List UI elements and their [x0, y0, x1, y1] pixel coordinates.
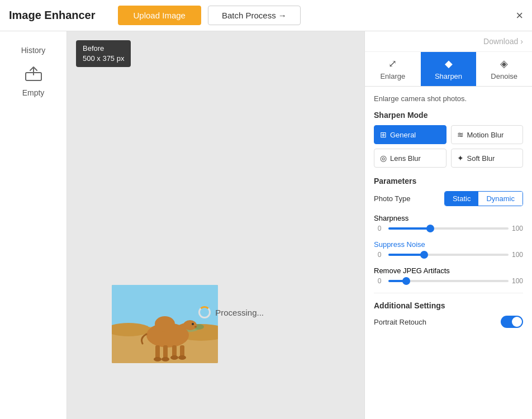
- svg-point-16: [170, 355, 178, 360]
- sidebar-item-history[interactable]: History: [0, 40, 66, 60]
- photo-type-label: Photo Type: [374, 194, 411, 203]
- sharpen-mode-title: Sharpen Mode: [374, 111, 523, 120]
- sharpness-label: Sharpness: [374, 214, 523, 222]
- download-button[interactable]: Download ›: [483, 37, 523, 46]
- enlarge-icon: ⤢: [388, 58, 397, 70]
- general-icon: ⊞: [380, 130, 387, 139]
- lens-blur-label: Lens Blur: [390, 154, 421, 163]
- sidebar-item-upload: Empty: [0, 60, 66, 103]
- jpeg-artifacts-track[interactable]: [388, 280, 509, 282]
- svg-point-19: [194, 326, 197, 328]
- suppress-noise-slider-row: Suppress Noise 0 100: [374, 240, 523, 259]
- photo-type-static[interactable]: Static: [445, 192, 479, 206]
- processing-label: Processing...: [215, 308, 264, 317]
- motion-blur-label: Motion Blur: [467, 131, 504, 139]
- header-actions: Upload Image Batch Process →: [118, 6, 301, 25]
- sharpness-track[interactable]: [388, 227, 509, 230]
- app-title: Image Enhancer: [9, 9, 96, 22]
- camel-image: [112, 285, 218, 363]
- soft-blur-label: Soft Blur: [467, 154, 495, 163]
- svg-point-15: [162, 357, 169, 361]
- lens-blur-icon: ◎: [380, 154, 387, 163]
- history-label: History: [21, 46, 46, 55]
- main-layout: History Empty Before 500 x 375 px: [0, 31, 532, 419]
- denoise-icon: ◈: [500, 58, 508, 70]
- mode-tabs: ⤢ Enlarge ◆ Sharpen ◈ Denoise: [365, 52, 532, 87]
- tab-sharpen[interactable]: ◆ Sharpen: [421, 52, 477, 86]
- photo-type-dynamic[interactable]: Dynamic: [478, 192, 522, 206]
- before-badge: Before 500 x 375 px: [76, 40, 131, 67]
- photo-type-toggle: Static Dynamic: [444, 191, 523, 206]
- jpeg-artifacts-label: Remove JPEG Artifacts: [374, 266, 523, 275]
- svg-point-14: [154, 357, 162, 361]
- svg-point-18: [192, 323, 194, 325]
- suppress-noise-track[interactable]: [388, 254, 509, 256]
- sharpen-mode-lens-blur[interactable]: ◎ Lens Blur: [374, 149, 446, 168]
- tab-sharpen-label: Sharpen: [435, 72, 462, 80]
- panel-description: Enlarge camera shot photos.: [374, 94, 523, 103]
- sharpen-mode-motion-blur[interactable]: ≋ Motion Blur: [451, 125, 524, 144]
- processing-area: Processing...: [198, 306, 264, 318]
- tab-denoise[interactable]: ◈ Denoise: [476, 52, 532, 86]
- tab-enlarge-label: Enlarge: [380, 72, 405, 80]
- tab-denoise-label: Denoise: [491, 72, 517, 80]
- sharpen-mode-general[interactable]: ⊞ General: [374, 125, 446, 144]
- close-button[interactable]: ×: [516, 8, 523, 23]
- soft-blur-icon: ✦: [457, 154, 464, 163]
- portrait-retouch-row: Portrait Retouch: [374, 316, 523, 328]
- svg-point-8: [155, 316, 175, 332]
- sharpness-max: 100: [512, 225, 523, 232]
- sharpness-min: 0: [374, 225, 385, 232]
- portrait-retouch-label: Portrait Retouch: [374, 318, 426, 326]
- sharpen-mode-soft-blur[interactable]: ✦ Soft Blur: [451, 149, 524, 168]
- upload-button[interactable]: Upload Image: [118, 6, 201, 25]
- canvas-area: Before 500 x 375 px: [67, 31, 364, 419]
- before-dimensions: 500 x 375 px: [83, 54, 124, 64]
- general-label: General: [390, 131, 416, 139]
- sharpen-mode-grid: ⊞ General ≋ Motion Blur ◎ Lens Blur ✦ So…: [374, 125, 523, 168]
- right-panel: Download › ⤢ Enlarge ◆ Sharpen ◈ Denoise…: [364, 31, 532, 419]
- svg-point-17: [178, 355, 186, 360]
- suppress-noise-max: 100: [512, 251, 523, 259]
- suppress-noise-label: Suppress Noise: [374, 240, 523, 249]
- tab-enlarge[interactable]: ⤢ Enlarge: [365, 52, 421, 86]
- download-chevron-icon: ›: [520, 37, 523, 46]
- panel-header: Download ›: [365, 31, 532, 52]
- header: Image Enhancer Upload Image Batch Proces…: [0, 0, 532, 31]
- jpeg-artifacts-slider-row: Remove JPEG Artifacts 0 100: [374, 266, 523, 285]
- empty-label: Empty: [22, 88, 45, 97]
- suppress-noise-min: 0: [374, 251, 385, 259]
- tray-icon: [25, 66, 42, 85]
- motion-blur-icon: ≋: [457, 130, 464, 139]
- jpeg-artifacts-min: 0: [374, 277, 385, 285]
- image-container: [112, 285, 218, 363]
- portrait-retouch-toggle[interactable]: [501, 316, 523, 328]
- toggle-knob: [512, 317, 522, 327]
- photo-type-row: Photo Type Static Dynamic: [374, 191, 523, 206]
- panel-body: Enlarge camera shot photos. Sharpen Mode…: [365, 87, 532, 419]
- spinner: [198, 306, 211, 318]
- sharpness-slider-row: Sharpness 0 100: [374, 214, 523, 232]
- sidebar: History Empty: [0, 31, 67, 419]
- additional-settings-title: Additional Settings: [374, 293, 523, 310]
- batch-process-button[interactable]: Batch Process →: [208, 6, 301, 25]
- before-label: Before: [83, 44, 124, 54]
- parameters-title: Parameters: [374, 177, 523, 185]
- sharpen-icon: ◆: [445, 58, 453, 70]
- download-label: Download: [483, 37, 518, 46]
- jpeg-artifacts-max: 100: [512, 277, 523, 285]
